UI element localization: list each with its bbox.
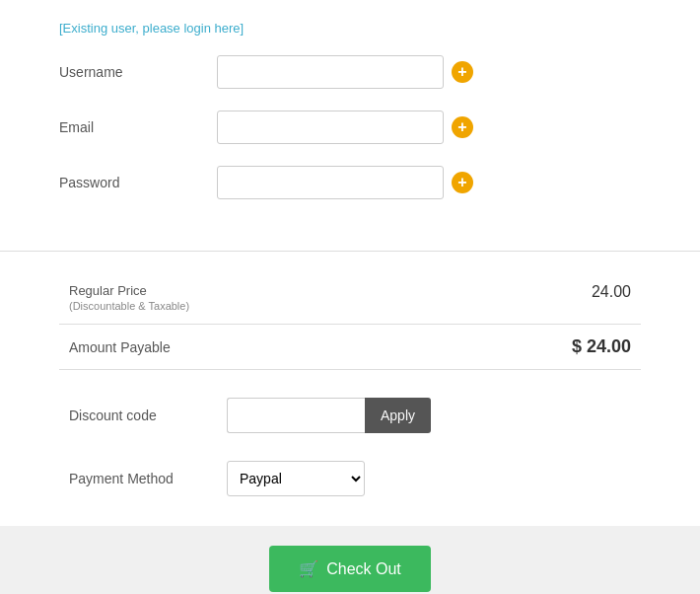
discount-input-group: Apply <box>227 398 431 433</box>
payment-row: Payment Method Paypal Credit Card Bank T… <box>59 451 641 516</box>
username-plus-icon[interactable]: + <box>452 61 473 83</box>
username-input-wrapper: + <box>217 55 473 89</box>
regular-price-label: Regular Price <box>69 283 189 298</box>
discount-label: Discount code <box>69 408 227 423</box>
payment-label: Payment Method <box>69 471 227 486</box>
discount-input[interactable] <box>227 398 365 433</box>
email-label: Email <box>59 119 217 135</box>
username-input[interactable] <box>217 55 444 89</box>
section-divider <box>0 251 700 252</box>
username-label: Username <box>59 64 217 80</box>
password-input[interactable] <box>217 166 444 199</box>
password-label: Password <box>59 175 217 190</box>
price-section: Regular Price (Discountable & Taxable) 2… <box>59 261 641 380</box>
checkout-button[interactable]: 🛒 Check Out <box>269 546 431 592</box>
checkout-footer: 🛒 Check Out <box>0 526 700 594</box>
payment-method-select[interactable]: Paypal Credit Card Bank Transfer <box>227 461 365 496</box>
email-input-wrapper: + <box>217 111 473 144</box>
discount-row: Discount code Apply <box>59 380 641 451</box>
regular-price-label-group: Regular Price (Discountable & Taxable) <box>69 283 189 312</box>
amount-payable-value: $ 24.00 <box>572 336 631 357</box>
login-link[interactable]: [Existing user, please login here] <box>59 21 244 36</box>
username-row: Username + <box>59 55 641 89</box>
password-row: Password + <box>59 166 641 199</box>
email-row: Email + <box>59 111 641 144</box>
regular-price-row: Regular Price (Discountable & Taxable) 2… <box>59 271 641 324</box>
regular-price-sublabel: (Discountable & Taxable) <box>69 300 189 312</box>
email-input[interactable] <box>217 111 444 144</box>
apply-button[interactable]: Apply <box>365 398 431 433</box>
email-plus-icon[interactable]: + <box>452 116 473 138</box>
password-plus-icon[interactable]: + <box>452 172 473 193</box>
password-input-wrapper: + <box>217 166 473 199</box>
amount-payable-label: Amount Payable <box>69 339 171 355</box>
cart-icon: 🛒 <box>299 559 318 578</box>
regular-price-value: 24.00 <box>592 283 631 301</box>
checkout-button-label: Check Out <box>326 560 401 578</box>
amount-payable-row: Amount Payable $ 24.00 <box>59 324 641 370</box>
